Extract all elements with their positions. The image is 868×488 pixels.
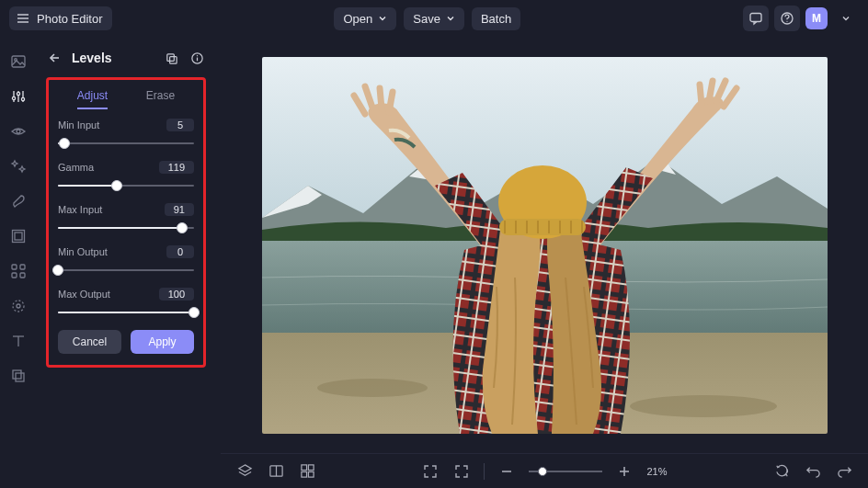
max-output-value[interactable]: 100 <box>159 288 194 301</box>
cancel-button[interactable]: Cancel <box>58 330 121 354</box>
control-min-output: Min Output0 <box>58 245 194 277</box>
tab-erase[interactable]: Erase <box>146 85 175 109</box>
svg-rect-6 <box>12 56 25 67</box>
tool-layers-icon[interactable] <box>8 366 29 386</box>
svg-point-21 <box>13 301 24 312</box>
svg-rect-17 <box>12 265 17 269</box>
open-label: Open <box>343 12 372 26</box>
hamburger-icon <box>15 10 31 27</box>
avatar[interactable]: M <box>805 7 828 29</box>
help-button[interactable] <box>774 6 800 31</box>
batch-label: Batch <box>481 12 511 26</box>
canvas-toolbar: 21% <box>221 453 868 488</box>
zoom-in-button[interactable] <box>615 462 634 481</box>
zoom-out-button[interactable] <box>497 462 516 481</box>
min-output-slider[interactable] <box>58 264 194 277</box>
control-min-input: Min Input5 <box>58 119 194 150</box>
fullscreen-button[interactable] <box>421 462 440 481</box>
apply-button[interactable]: Apply <box>131 330 194 354</box>
max-output-slider[interactable] <box>58 306 194 319</box>
svg-point-14 <box>17 130 20 133</box>
tool-brush-icon[interactable] <box>8 191 29 211</box>
min-input-slider[interactable] <box>58 137 194 150</box>
photo-canvas[interactable] <box>262 57 828 434</box>
undo-button[interactable] <box>804 462 822 481</box>
save-button[interactable]: Save <box>404 7 464 30</box>
tool-retouch-icon[interactable] <box>8 296 29 316</box>
chat-icon <box>748 11 763 26</box>
control-gamma: Gamma119 <box>58 161 194 192</box>
help-icon <box>780 11 794 26</box>
svg-point-42 <box>630 395 777 417</box>
panel-title: Levels <box>72 51 154 65</box>
tab-adjust[interactable]: Adjust <box>77 85 108 109</box>
arrow-left-icon <box>48 51 63 65</box>
app-menu[interactable]: Photo Editor <box>9 6 112 30</box>
svg-point-5 <box>786 21 787 22</box>
svg-rect-28 <box>166 53 174 61</box>
chevron-down-icon <box>378 14 387 23</box>
tool-elements-icon[interactable] <box>8 261 29 281</box>
svg-rect-26 <box>16 373 24 381</box>
app-title: Photo Editor <box>37 12 103 26</box>
back-button[interactable] <box>46 51 64 65</box>
reset-button[interactable] <box>772 462 791 481</box>
fit-screen-button[interactable] <box>452 462 471 481</box>
batch-button[interactable]: Batch <box>472 7 520 30</box>
svg-rect-18 <box>20 265 25 269</box>
separator <box>484 463 485 480</box>
min-output-label: Min Output <box>58 246 108 257</box>
open-button[interactable]: Open <box>334 7 396 30</box>
svg-rect-49 <box>301 471 306 477</box>
max-input-value[interactable]: 91 <box>165 203 194 216</box>
svg-point-32 <box>196 55 197 56</box>
tool-eye-icon[interactable] <box>8 121 29 142</box>
svg-point-41 <box>317 379 428 397</box>
svg-rect-48 <box>308 465 314 471</box>
gamma-slider[interactable] <box>58 179 194 192</box>
svg-point-22 <box>17 304 20 308</box>
svg-point-11 <box>12 96 15 99</box>
feedback-button[interactable] <box>743 6 769 31</box>
svg-rect-29 <box>169 56 177 63</box>
min-input-label: Min Input <box>58 119 99 131</box>
tool-frame-icon[interactable] <box>8 226 29 246</box>
gamma-value[interactable]: 119 <box>159 161 194 174</box>
min-output-value[interactable]: 0 <box>166 245 194 258</box>
max-input-slider[interactable] <box>58 221 194 234</box>
tool-text-icon[interactable] <box>8 331 29 351</box>
redo-button[interactable] <box>835 462 853 481</box>
svg-rect-16 <box>15 233 22 240</box>
info-icon <box>190 51 204 65</box>
svg-rect-47 <box>301 465 306 471</box>
svg-rect-20 <box>20 273 25 278</box>
min-input-value[interactable]: 5 <box>166 119 194 131</box>
svg-point-13 <box>21 97 24 100</box>
compare-split-button[interactable] <box>267 462 285 481</box>
svg-rect-44 <box>499 219 586 235</box>
photo-content <box>262 57 828 434</box>
tool-adjust-icon[interactable] <box>8 86 29 107</box>
compare-grid-button[interactable] <box>298 462 316 481</box>
svg-point-12 <box>17 92 19 95</box>
control-max-input: Max Input91 <box>58 203 194 234</box>
save-label: Save <box>413 12 440 26</box>
copy-settings-button[interactable] <box>162 51 180 65</box>
max-output-label: Max Output <box>58 289 110 300</box>
control-max-output: Max Output100 <box>58 288 194 319</box>
canvas-area: 21% <box>221 37 868 488</box>
svg-rect-50 <box>308 471 314 477</box>
copy-icon <box>165 51 178 65</box>
chevron-down-icon <box>446 14 455 23</box>
panel-info-button[interactable] <box>188 51 206 65</box>
svg-rect-3 <box>750 14 761 22</box>
levels-panel: Levels Adjust Erase Min Input5 Gamma119 <box>37 37 221 488</box>
account-menu[interactable] <box>833 6 859 31</box>
svg-rect-25 <box>13 370 21 379</box>
highlight-box: Adjust Erase Min Input5 Gamma119 Max Inp… <box>46 77 206 368</box>
tool-effects-icon[interactable] <box>8 156 29 176</box>
gamma-label: Gamma <box>58 162 94 173</box>
tool-image-icon[interactable] <box>8 51 29 72</box>
zoom-slider[interactable] <box>529 466 602 477</box>
layers-button[interactable] <box>235 462 254 481</box>
